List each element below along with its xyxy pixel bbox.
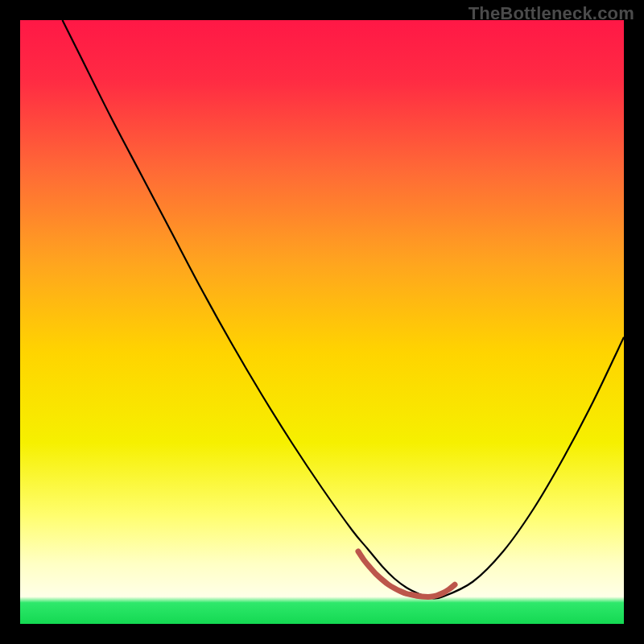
watermark-text: TheBottleneck.com	[469, 3, 634, 24]
bottleneck-chart	[20, 20, 624, 624]
plot-area	[20, 20, 624, 624]
chart-frame: TheBottleneck.com	[0, 0, 644, 644]
gradient-background	[20, 20, 624, 624]
